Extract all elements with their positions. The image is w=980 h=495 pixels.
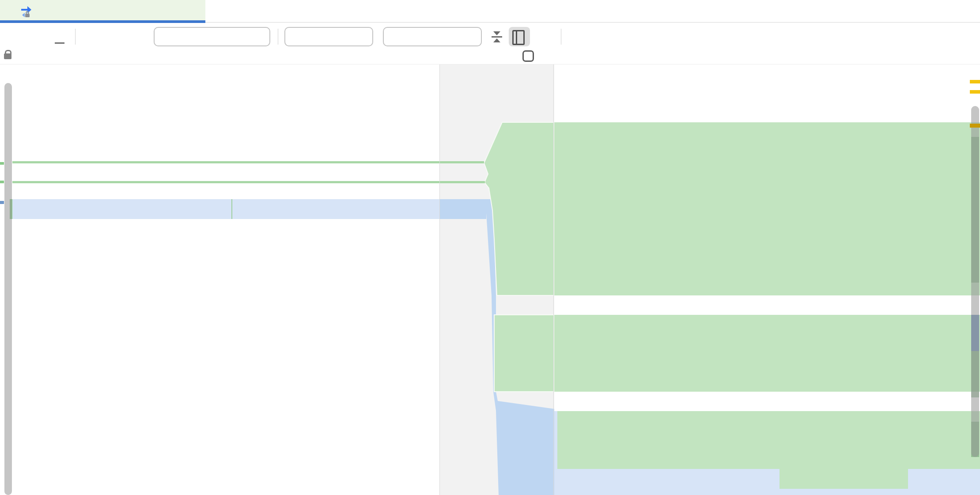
change-stripe-mark[interactable] (0, 181, 4, 183)
diff-toolbar (0, 23, 980, 50)
warning-stripe-mark[interactable] (970, 124, 980, 128)
lock-icon (4, 53, 11, 59)
previous-difference-button[interactable] (6, 23, 21, 50)
right-scrollbar-thumb[interactable] (971, 106, 979, 457)
edit-source-icon[interactable] (52, 23, 67, 50)
warning-stripe-mark[interactable] (970, 80, 980, 83)
toolbar-separator (278, 29, 278, 45)
include-all-checkbox[interactable] (522, 50, 534, 62)
left-scrollbar-thumb[interactable] (4, 83, 12, 495)
tab-commit-file[interactable] (0, 0, 205, 21)
diff-editor-area (0, 64, 980, 495)
edit-icon-underline (55, 42, 64, 44)
revision-title-row (0, 50, 980, 64)
warning-stripe-mark[interactable] (970, 90, 980, 94)
diff-request-icon (19, 3, 34, 18)
diff-gutter (439, 64, 554, 495)
toolbar-separator (561, 29, 561, 45)
diff-viewer-window (0, 0, 980, 495)
next-change-button[interactable] (105, 23, 120, 50)
compare-menu-icon[interactable] (128, 23, 143, 50)
sync-scroll-icon[interactable] (512, 30, 525, 45)
change-stripe-mark[interactable] (0, 201, 4, 204)
collapse-unchanged-icon[interactable] (491, 30, 503, 44)
tab-bar (0, 0, 980, 23)
gear-icon[interactable] (535, 23, 550, 50)
help-icon[interactable] (568, 23, 583, 50)
change-stripe-mark[interactable] (0, 162, 4, 165)
toolbar-separator (75, 29, 76, 45)
left-editor-pane (0, 64, 439, 495)
highlight-policy-dropdown[interactable] (383, 27, 482, 46)
ignore-policy-dropdown[interactable] (284, 27, 373, 46)
next-difference-button[interactable] (28, 23, 43, 50)
previous-change-button[interactable] (82, 23, 97, 50)
right-editor-pane (554, 64, 980, 495)
viewer-mode-dropdown[interactable] (154, 27, 270, 46)
